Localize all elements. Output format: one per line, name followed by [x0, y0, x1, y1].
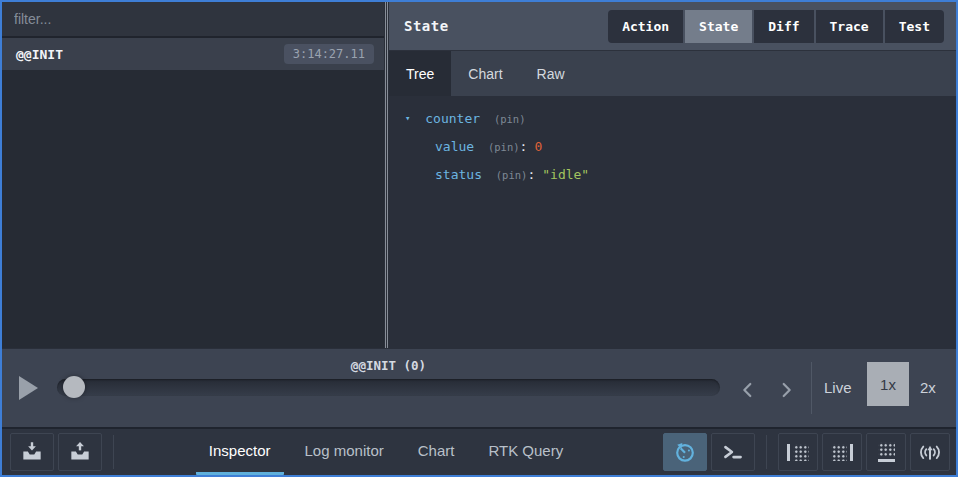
tree-node-value: value (pin):0 [405, 139, 956, 155]
dock-bottom-icon [878, 442, 895, 462]
step-back-button[interactable] [733, 375, 763, 405]
export-button[interactable] [58, 433, 102, 471]
chevron-left-icon [737, 379, 759, 401]
main-split: @@INIT 3:14:27.11 State Action State Dif… [2, 2, 956, 348]
tree-value-string: "idle" [542, 167, 589, 182]
pin-link[interactable]: (pin) [488, 141, 520, 153]
remote-button[interactable] [910, 433, 950, 471]
subtab-chart[interactable]: Chart [451, 51, 519, 96]
timeline-divider [811, 362, 812, 414]
filter-input[interactable] [2, 2, 384, 36]
current-action-label: @@INIT (0) [57, 358, 720, 373]
import-button[interactable] [10, 433, 54, 471]
colon: : [527, 167, 535, 182]
stopwatch-icon [672, 439, 698, 465]
tree-node-status: status (pin):"idle" [405, 167, 956, 183]
tree-key[interactable]: value [435, 139, 474, 154]
action-list-panel: @@INIT 3:14:27.11 [2, 2, 384, 348]
action-timestamp: 3:14:27.11 [284, 44, 374, 64]
tab-action[interactable]: Action [608, 10, 683, 43]
tab-state[interactable]: State [683, 10, 752, 43]
colon: : [520, 139, 528, 154]
footer-right-buttons [663, 433, 950, 471]
play-button[interactable] [19, 376, 41, 402]
toolbar-divider [766, 435, 767, 469]
footer-toolbar: Inspector Log monitor Chart RTK Query [2, 427, 956, 475]
dock-right-icon [831, 444, 853, 461]
tab-log-monitor[interactable]: Log monitor [292, 429, 397, 475]
tab-trace[interactable]: Trace [814, 10, 883, 43]
view-subtab-bar: Tree Chart Raw [389, 50, 956, 96]
tab-chart[interactable]: Chart [405, 429, 468, 475]
subtab-raw[interactable]: Raw [520, 51, 582, 96]
import-icon [19, 439, 45, 465]
tree-key[interactable]: status [435, 167, 482, 182]
chevron-right-icon [775, 379, 797, 401]
panel-title: State [404, 18, 449, 34]
expander-icon[interactable]: ▾ [405, 113, 410, 123]
state-tree: ▾ counter (pin) value (pin):0 status (pi… [389, 96, 956, 348]
timeline-section: @@INIT (0) Live 1x 2x [2, 348, 956, 427]
dock-left-button[interactable] [778, 433, 818, 471]
live-button[interactable]: Live [824, 379, 852, 396]
terminal-icon [720, 439, 746, 465]
dock-left-icon [787, 444, 809, 461]
pin-link[interactable]: (pin) [494, 113, 526, 125]
speed-1x-button[interactable]: 1x [867, 362, 909, 406]
filter-bar [2, 2, 384, 38]
speed-2x-button[interactable]: 2x [920, 379, 936, 396]
toolbar-divider [113, 435, 114, 469]
tree-node-counter[interactable]: ▾ counter (pin) [405, 110, 956, 127]
dock-bottom-button[interactable] [866, 433, 906, 471]
monitor-tabs: Inspector Log monitor Chart RTK Query [122, 429, 650, 475]
step-forward-button[interactable] [771, 375, 801, 405]
tab-inspector[interactable]: Inspector [196, 429, 284, 475]
tree-key[interactable]: counter [425, 111, 480, 126]
redux-devtools-window: @@INIT 3:14:27.11 State Action State Dif… [0, 0, 958, 477]
state-header: State Action State Diff Trace Test [389, 2, 956, 50]
export-icon [67, 439, 93, 465]
timeline-slider[interactable] [57, 379, 720, 396]
action-list-item[interactable]: @@INIT 3:14:27.11 [2, 38, 384, 70]
footer-left-buttons [10, 433, 121, 471]
dock-right-button[interactable] [822, 433, 862, 471]
play-icon [19, 376, 38, 400]
inspector-tab-group: Action State Diff Trace Test [608, 10, 944, 43]
slider-thumb[interactable] [63, 376, 85, 398]
tab-diff[interactable]: Diff [752, 10, 813, 43]
pin-link[interactable]: (pin) [496, 169, 528, 181]
dispatcher-button[interactable] [711, 433, 755, 471]
state-panel: State Action State Diff Trace Test Tree … [389, 2, 956, 348]
tab-test[interactable]: Test [883, 10, 944, 43]
remote-broadcast-icon [917, 439, 943, 465]
tab-rtk-query[interactable]: RTK Query [475, 429, 576, 475]
subtab-tree[interactable]: Tree [389, 51, 451, 96]
tree-value-number: 0 [534, 139, 542, 154]
slider-toggle-button[interactable] [663, 433, 707, 471]
action-name: @@INIT [16, 47, 63, 62]
